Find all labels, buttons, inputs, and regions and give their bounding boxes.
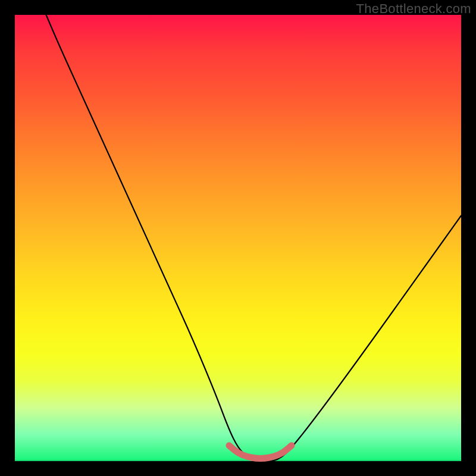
- chart-frame: TheBottleneck.com: [0, 0, 476, 476]
- watermark-label: TheBottleneck.com: [356, 1, 471, 17]
- plot-area: [15, 15, 461, 461]
- chart-svg: [15, 15, 461, 461]
- bottleneck-curve-path: [46, 15, 462, 461]
